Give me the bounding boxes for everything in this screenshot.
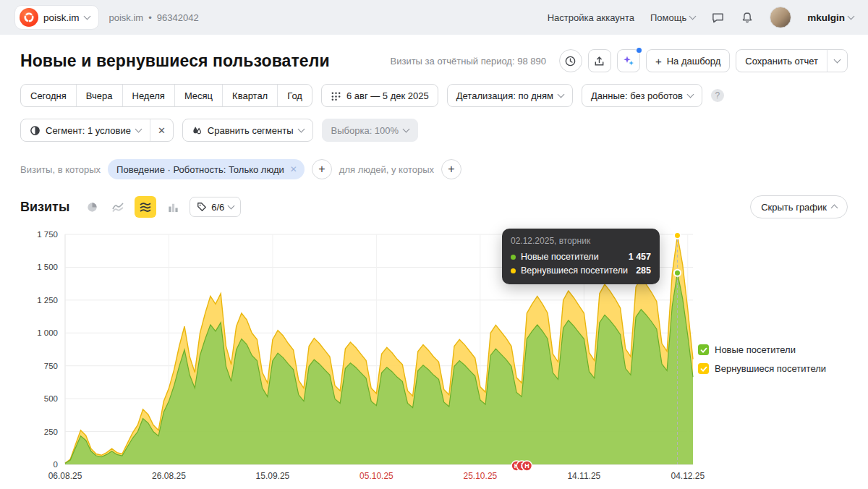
tooltip-row-returning: Вернувшиеся посетители 285	[511, 265, 651, 276]
save-report-button[interactable]: Сохранить отчет	[736, 50, 827, 72]
segment-clear-button[interactable]: ✕	[150, 119, 173, 141]
hide-chart-button[interactable]: Скрыть график	[750, 195, 848, 218]
stacked-area-icon	[139, 200, 152, 213]
period-week[interactable]: Неделя	[122, 85, 174, 106]
export-button[interactable]	[588, 49, 611, 72]
x-tick-label: 04.12.25	[671, 471, 705, 481]
counter-selector-label: poisk.im	[43, 12, 80, 23]
legend-item-returning-visitors[interactable]: Вернувшиеся посетители	[698, 363, 826, 374]
chevron-down-icon	[834, 56, 841, 64]
segment-selector[interactable]: Сегмент: 1 условие	[21, 119, 150, 141]
date-range-label: 6 авг — 5 дек 2025	[346, 90, 429, 101]
period-year[interactable]: Год	[277, 85, 312, 106]
y-tick-label: 500	[44, 394, 58, 403]
user-menu[interactable]: mkulgin	[807, 12, 854, 23]
legend-returning-label: Вернувшиеся посетители	[715, 363, 826, 374]
compare-segments-button[interactable]: Сравнить сегменты	[182, 119, 313, 142]
x-tick-label: 26.08.25	[152, 471, 186, 481]
chevron-down-icon	[83, 13, 90, 20]
series-count-label: 6/6	[211, 202, 224, 213]
account-settings-link[interactable]: Настройка аккаунта	[548, 12, 634, 23]
chevron-down-icon	[228, 203, 235, 210]
chevron-up-icon	[831, 205, 838, 212]
topbar-right: Настройка аккаунта Помощь mkulgin	[548, 7, 854, 28]
chevron-down-icon	[689, 13, 697, 20]
chart-type-columns-button[interactable]	[163, 197, 182, 216]
add-people-condition-button[interactable]: +	[441, 159, 461, 179]
data-mode-label: Данные: без роботов	[591, 90, 683, 101]
segment-condition-chip[interactable]: Поведение · Роботность: Только люди ✕	[108, 159, 305, 179]
segment-chip-label: Поведение · Роботность: Только люди	[116, 164, 284, 175]
period-quarter[interactable]: Квартал	[222, 85, 277, 106]
help-label: Помощь	[650, 12, 686, 23]
x-tick-label: 25.10.25	[464, 471, 498, 481]
chart-tooltip: 02.12.2025, вторник Новые посетители 1 4…	[502, 229, 660, 284]
history-button[interactable]	[559, 49, 582, 72]
tooltip-row-new: Новые посетители 1 457	[511, 252, 651, 262]
help-hint-icon[interactable]: ?	[711, 89, 724, 102]
chart-type-stacked-area-button[interactable]	[135, 196, 156, 218]
tooltip-new-label: Новые посетители	[521, 252, 599, 262]
y-tick-label: 1 000	[37, 328, 58, 337]
notifications-button[interactable]	[741, 11, 754, 25]
calendar-icon	[331, 90, 341, 101]
account-settings-label: Настройка аккаунта	[548, 12, 634, 23]
y-tick-label: 0	[54, 460, 58, 469]
tag-icon	[197, 202, 207, 212]
add-to-dashboard-button[interactable]: + На дашборд	[646, 49, 730, 72]
username-label: mkulgin	[807, 12, 845, 23]
segment-label: Сегмент: 1 условие	[46, 125, 131, 136]
people-condition-label: для людей, у которых	[339, 164, 434, 175]
title-row: Новые и вернувшиеся пользователи Визиты …	[0, 49, 868, 72]
chart-type-line-button[interactable]	[109, 197, 127, 216]
data-mode-selector[interactable]: Данные: без роботов	[582, 84, 702, 107]
counter-id: 96342042	[157, 12, 199, 23]
new-visitors-dot-icon	[511, 255, 516, 260]
bell-icon	[741, 11, 754, 25]
plus-icon: +	[655, 55, 662, 67]
y-tick-label: 250	[44, 428, 58, 436]
tooltip-returning-label: Вернувшиеся посетители	[521, 265, 628, 276]
chevron-down-icon	[135, 126, 142, 133]
segment-control: Сегмент: 1 условие ✕	[20, 119, 174, 142]
chat-button[interactable]	[711, 11, 725, 25]
avatar[interactable]	[770, 7, 791, 28]
compare-segments-label: Сравнить сегменты	[208, 125, 294, 136]
chart-type-pie-button[interactable]	[82, 197, 101, 216]
counter-meta: poisk.im • 96342042	[109, 12, 199, 23]
add-visit-condition-button[interactable]: +	[312, 159, 332, 179]
series-visibility-button[interactable]: 6/6	[190, 197, 241, 217]
help-menu[interactable]: Помощь	[650, 12, 695, 23]
legend-item-new-visitors[interactable]: Новые посетители	[698, 344, 826, 355]
chart-title: Визиты	[20, 200, 69, 215]
compare-segments-icon	[192, 125, 203, 136]
page-title: Новые и вернувшиеся пользователи	[20, 51, 330, 71]
remove-condition-icon[interactable]: ✕	[290, 164, 297, 174]
sampling-selector[interactable]: Выборка: 100%	[322, 119, 419, 142]
legend-new-label: Новые посетители	[715, 344, 796, 355]
detail-selector[interactable]: Детализация: по дням	[447, 84, 573, 107]
chart-legend: Новые посетители Вернувшиеся посетители	[698, 344, 826, 374]
metrica-logo-icon	[20, 8, 38, 27]
y-tick-label: 750	[44, 362, 58, 370]
chevron-down-icon	[686, 91, 694, 98]
chevron-down-icon	[297, 126, 305, 133]
ai-assistant-button[interactable]	[617, 49, 640, 72]
date-range-picker[interactable]: 6 авг — 5 дек 2025	[321, 84, 438, 107]
chart-header: Визиты 6/6 Скрыть график	[0, 195, 868, 218]
counter-selector[interactable]: poisk.im	[14, 5, 99, 30]
add-to-dashboard-label: На дашборд	[667, 56, 721, 67]
period-month[interactable]: Месяц	[174, 85, 222, 106]
hover-dot-new	[674, 270, 681, 276]
x-tick-label: 06.08.25	[48, 471, 82, 481]
topbar: poisk.im poisk.im • 96342042 Настройка а…	[0, 0, 868, 35]
visits-summary: Визиты за отчётный период: 98 890	[391, 56, 546, 67]
line-chart-icon	[111, 200, 124, 213]
period-yesterday[interactable]: Вчера	[76, 85, 122, 106]
clock-icon	[564, 55, 576, 67]
new-visitors-checkbox-icon	[698, 344, 709, 355]
save-report-menu-button[interactable]	[827, 50, 847, 72]
tooltip-date: 02.12.2025, вторник	[511, 236, 651, 246]
period-today[interactable]: Сегодня	[21, 85, 76, 106]
ai-sparkles-icon	[622, 54, 635, 67]
